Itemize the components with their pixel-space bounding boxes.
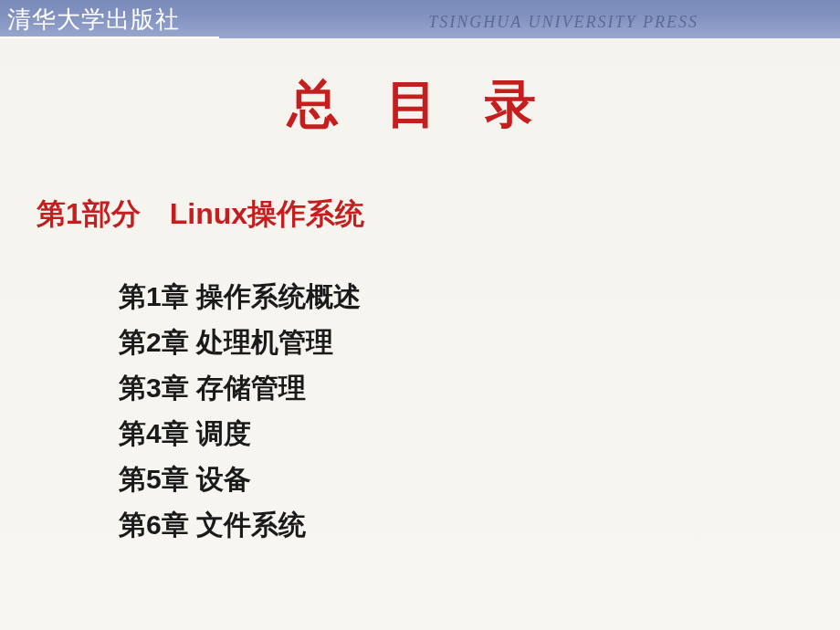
page-title: 总 目 录 <box>0 70 840 140</box>
chapter-item: 第1章 操作系统概述 <box>119 275 840 319</box>
chapter-item: 第3章 存储管理 <box>119 366 840 410</box>
part-heading: 第1部分 Linux操作系统 <box>37 194 840 235</box>
chapter-item: 第6章 文件系统 <box>119 503 840 547</box>
publisher-name-chinese: 清华大学出版社 <box>0 4 180 36</box>
header-underline <box>0 37 219 38</box>
header-bar: 清华大学出版社 TSINGHUA UNIVERSITY PRESS <box>0 0 840 38</box>
chapter-list: 第1章 操作系统概述 第2章 处理机管理 第3章 存储管理 第4章 调度 第5章… <box>119 275 840 547</box>
chapter-item: 第2章 处理机管理 <box>119 320 840 364</box>
chapter-item: 第5章 设备 <box>119 457 840 501</box>
publisher-name-english: TSINGHUA UNIVERSITY PRESS <box>428 13 698 32</box>
chapter-item: 第4章 调度 <box>119 412 840 456</box>
